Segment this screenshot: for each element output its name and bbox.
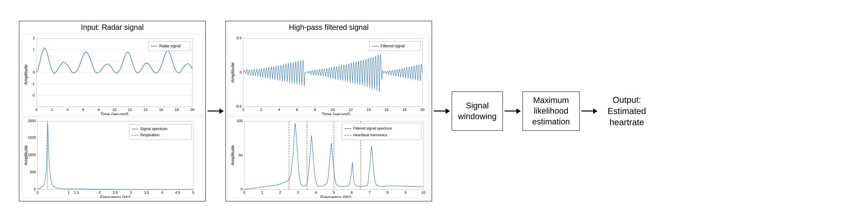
svg-text:20: 20 — [421, 107, 425, 111]
svg-text:12: 12 — [128, 107, 132, 111]
svg-text:12: 12 — [349, 107, 353, 111]
svg-text:5: 5 — [192, 190, 194, 194]
svg-text:0: 0 — [33, 70, 35, 74]
svg-text:8: 8 — [314, 107, 316, 111]
arrow-line-4 — [581, 111, 593, 111]
svg-text:Radar signal: Radar signal — [159, 44, 181, 48]
svg-text:14: 14 — [367, 107, 371, 111]
svg-text:6: 6 — [82, 107, 84, 111]
svg-text:0: 0 — [36, 190, 38, 194]
svg-text:10: 10 — [112, 107, 116, 111]
svg-text:0.5: 0.5 — [237, 36, 242, 40]
svg-text:1: 1 — [33, 47, 35, 51]
svg-text:4.5: 4.5 — [175, 190, 180, 194]
svg-text:4: 4 — [315, 190, 317, 194]
svg-text:2: 2 — [279, 190, 281, 194]
svg-text:10: 10 — [422, 190, 426, 194]
svg-text:-1: -1 — [32, 81, 35, 85]
svg-text:50: 50 — [239, 153, 243, 157]
svg-text:4: 4 — [278, 107, 280, 111]
svg-text:5: 5 — [333, 190, 335, 194]
svg-text:2000: 2000 — [28, 119, 36, 123]
svg-text:Signal spectrum: Signal spectrum — [140, 126, 167, 131]
svg-text:8: 8 — [98, 107, 100, 111]
arrow-2 — [432, 108, 452, 114]
svg-text:0: 0 — [243, 190, 245, 194]
svg-text:0: 0 — [240, 70, 242, 74]
svg-text:0: 0 — [34, 187, 36, 191]
svg-text:2: 2 — [51, 107, 53, 111]
svg-text:Amplitude: Amplitude — [230, 62, 235, 82]
chart-radar-time: Amplitude Time (second) 2 — [22, 34, 203, 115]
svg-text:Frequency (Hz): Frequency (Hz) — [100, 194, 130, 198]
mle-label: Maximum likelihood estimation — [532, 95, 570, 127]
svg-text:4: 4 — [161, 190, 163, 194]
svg-text:16: 16 — [384, 107, 389, 111]
block1-title: Input: Radar signal — [22, 23, 203, 32]
svg-text:7: 7 — [369, 190, 371, 194]
svg-text:Time (second): Time (second) — [322, 112, 350, 115]
svg-text:-0.5: -0.5 — [235, 104, 242, 108]
svg-text:6: 6 — [296, 107, 298, 111]
arrow-head-4 — [593, 108, 597, 114]
svg-text:0: 0 — [241, 187, 243, 191]
svg-text:4: 4 — [66, 107, 68, 111]
svg-text:Time (second): Time (second) — [100, 112, 128, 115]
svg-text:Heartbeat harmonics: Heartbeat harmonics — [353, 133, 387, 137]
svg-text:Frequency (Hz): Frequency (Hz) — [320, 195, 351, 198]
svg-text:Respiration: Respiration — [140, 133, 160, 137]
block-filtered: High-pass filtered signal Amplitude Time… — [225, 21, 432, 201]
svg-text:1000: 1000 — [28, 152, 36, 157]
output-label: Output: Estimated heartrate — [608, 95, 646, 127]
svg-text:100: 100 — [237, 119, 243, 123]
svg-text:3.5: 3.5 — [144, 190, 149, 194]
svg-text:1500: 1500 — [28, 135, 36, 139]
chart-filtered-time: Amplitude Time (second) 0.5 0 -0.5 0 2 4… — [229, 34, 429, 115]
svg-text:0: 0 — [35, 107, 37, 111]
svg-text:16: 16 — [159, 107, 163, 111]
svg-text:9: 9 — [404, 190, 406, 194]
block-mle: Maximum likelihood estimation — [523, 91, 580, 131]
arrow-4 — [580, 108, 599, 114]
svg-text:Amplitude: Amplitude — [23, 64, 28, 85]
svg-text:18: 18 — [175, 107, 179, 111]
svg-text:10: 10 — [331, 107, 335, 111]
svg-text:500: 500 — [30, 170, 36, 174]
signal-windowing-label: Signal windowing — [458, 100, 497, 122]
arrow-head-2 — [445, 108, 450, 114]
main-container: Input: Radar signal Amplitude Time (seco… — [11, 8, 857, 214]
block2-title: High-pass filtered signal — [229, 23, 429, 32]
svg-text:1.5: 1.5 — [74, 190, 79, 194]
chart-radar-spectrum: Amplitude Frequency (Hz) 0 500 1000 1500… — [22, 117, 203, 198]
svg-text:1: 1 — [261, 190, 263, 194]
svg-text:20: 20 — [190, 107, 194, 111]
arrow-line-1 — [208, 111, 219, 111]
svg-text:3: 3 — [297, 190, 299, 194]
svg-text:1: 1 — [68, 190, 70, 194]
svg-text:2.5: 2.5 — [113, 190, 118, 194]
svg-text:14: 14 — [144, 107, 147, 111]
arrow-3 — [503, 108, 523, 114]
svg-text:3: 3 — [130, 190, 132, 194]
svg-text:-2: -2 — [32, 93, 35, 97]
svg-text:2: 2 — [99, 190, 101, 194]
svg-text:6: 6 — [351, 190, 353, 194]
svg-text:8: 8 — [386, 190, 389, 194]
svg-text:2: 2 — [260, 107, 262, 111]
arrow-line-3 — [505, 111, 517, 111]
arrow-1 — [206, 108, 225, 114]
svg-text:2: 2 — [33, 36, 35, 40]
chart-filtered-spectrum: Amplitude Frequency (Hz) 0 50 100 0 1 2 … — [229, 117, 429, 198]
arrow-head-1 — [219, 108, 224, 114]
svg-text:18: 18 — [403, 107, 407, 111]
svg-text:Filtered signal spectrum: Filtered signal spectrum — [353, 126, 392, 130]
svg-text:Filtered signal: Filtered signal — [381, 44, 405, 48]
arrow-line-2 — [434, 111, 445, 111]
svg-text:0: 0 — [242, 107, 244, 111]
block-signal-windowing: Signal windowing — [452, 91, 503, 131]
block-output: Output: Estimated heartrate — [599, 94, 654, 128]
block-input-radar: Input: Radar signal Amplitude Time (seco… — [19, 21, 206, 201]
svg-rect-92 — [342, 123, 422, 140]
arrow-head-3 — [517, 108, 521, 114]
svg-text:Amplitude: Amplitude — [230, 145, 235, 165]
